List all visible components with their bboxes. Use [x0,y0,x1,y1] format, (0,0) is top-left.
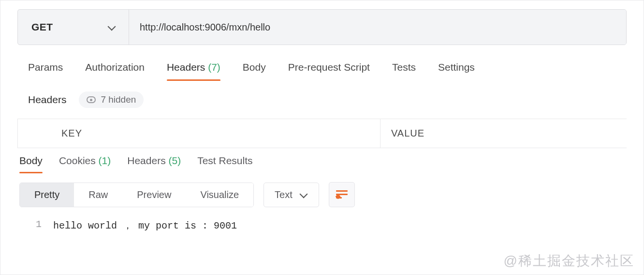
headers-header-row: KEY VALUE [17,119,627,148]
column-key: KEY [17,119,380,148]
hidden-headers-toggle[interactable]: 7 hidden [79,92,144,108]
chevron-down-icon [299,190,308,199]
response-body: 1 hello world ， my port is : 9001 [17,219,627,232]
headers-table: KEY VALUE [17,119,627,148]
request-workspace: GET Params Authorization Headers (7) Bod… [0,0,644,275]
response-tab-body[interactable]: Body [19,155,43,172]
view-raw[interactable]: Raw [74,183,122,207]
tab-prerequest[interactable]: Pre-request Script [288,61,370,80]
line-text: hello world ， my port is : 9001 [53,219,237,232]
line-number: 1 [32,219,53,232]
url-input[interactable] [129,10,626,45]
response-cookies-label: Cookies [59,155,96,166]
response-headers-label: Headers [127,155,165,166]
tab-body[interactable]: Body [243,61,266,80]
content-type-label: Text [275,189,293,200]
http-method-select[interactable]: GET [18,10,129,45]
url-bar: GET [17,9,627,45]
tab-params[interactable]: Params [28,61,63,80]
view-visualize[interactable]: Visualize [186,183,253,207]
tab-tests[interactable]: Tests [392,61,416,80]
eye-icon [87,96,96,103]
chevron-down-icon [107,23,116,31]
view-preview[interactable]: Preview [122,183,186,207]
response-tab-testresults[interactable]: Test Results [197,155,252,172]
response-headers-count: (5) [169,155,181,166]
tab-headers[interactable]: Headers (7) [167,61,220,80]
view-pretty[interactable]: Pretty [20,183,74,207]
tab-authorization[interactable]: Authorization [85,61,145,80]
tab-headers-label: Headers [167,61,205,73]
response-cookies-count: (1) [99,155,111,166]
response-tab-cookies[interactable]: Cookies (1) [59,155,111,172]
content-type-select[interactable]: Text [263,183,319,207]
http-method-label: GET [31,21,53,33]
column-value: VALUE [380,119,627,148]
hidden-headers-text: 7 hidden [101,94,136,105]
word-wrap-button[interactable] [329,182,355,207]
request-tabs: Params Authorization Headers (7) Body Pr… [17,61,627,80]
headers-title: Headers [28,94,66,106]
tab-settings[interactable]: Settings [438,61,475,80]
view-mode-group: Pretty Raw Preview Visualize [19,183,254,207]
tab-headers-count: (7) [208,61,220,73]
response-tabs: Body Cookies (1) Headers (5) Test Result… [17,155,627,172]
body-toolbar: Pretty Raw Preview Visualize Text [17,182,627,207]
response-tab-headers[interactable]: Headers (5) [127,155,181,172]
word-wrap-icon [336,190,348,199]
headers-subheader: Headers 7 hidden [17,92,627,108]
